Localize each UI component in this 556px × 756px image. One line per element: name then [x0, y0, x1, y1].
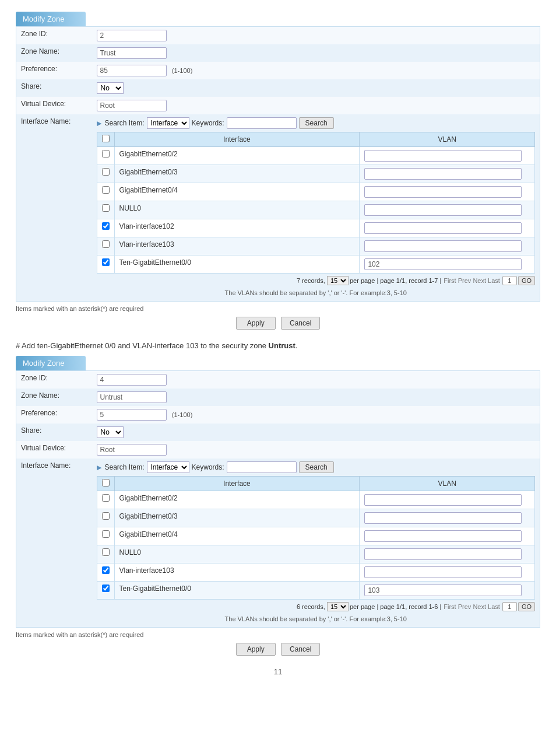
zone2-pref-row: Preference: (1-100): [16, 406, 540, 424]
zone2-name-label: Zone Name:: [16, 388, 92, 406]
zone2-action-buttons: Apply Cancel: [16, 643, 540, 656]
zone1-id-input[interactable]: [97, 30, 167, 41]
zone1-action-buttons: Apply Cancel: [16, 317, 540, 330]
table-row: Vlan-interface102: [97, 219, 535, 237]
zone1-apply-button[interactable]: Apply: [236, 317, 276, 330]
zone2-id-value-cell: [92, 371, 540, 389]
row-checkbox[interactable]: [102, 222, 110, 230]
zone2-search-button[interactable]: Search: [299, 461, 334, 473]
row-interface-name: Vlan-interface102: [114, 219, 360, 237]
zone1-iface-value-cell: ▶ Search Item: Interface Keywords: Searc…: [92, 114, 540, 302]
row-checkbox[interactable]: [102, 204, 110, 212]
zone2-share-select[interactable]: No Yes: [97, 426, 124, 438]
row-vlan-input[interactable]: [364, 530, 521, 542]
zone2-id-input[interactable]: [97, 374, 167, 386]
row-checkbox[interactable]: [102, 186, 110, 194]
row-checkbox[interactable]: [102, 240, 110, 248]
zone1-go-button[interactable]: GO: [518, 276, 535, 285]
zone2-header: Modify Zone: [16, 356, 86, 370]
zone2-pref-value-cell: (1-100): [92, 406, 540, 424]
row-interface-name: GigabitEthernet0/3: [114, 509, 360, 527]
zone2-search-row: ▶ Search Item: Interface Keywords: Searc…: [97, 461, 536, 473]
zone2-name-input[interactable]: [97, 391, 167, 403]
row-checkbox[interactable]: [102, 150, 110, 158]
zone1-pref-value-cell: (1-100): [92, 62, 540, 79]
description-text: # Add ten-GigabitEthernet 0/0 and VLAN-i…: [16, 341, 540, 350]
zone2-records-count: 6 records,: [297, 603, 325, 610]
row-vlan-input[interactable]: [364, 186, 521, 198]
table-row: NULL0: [97, 201, 535, 219]
row-checkbox[interactable]: [102, 548, 110, 556]
zone1-name-input[interactable]: [97, 47, 167, 59]
zone1-header: Modify Zone: [16, 12, 86, 26]
table-row: Ten-GigabitEthernet0/0: [97, 582, 535, 600]
zone2-col-vlan: VLAN: [360, 477, 535, 491]
zone2-per-page-select[interactable]: 15 30 50: [327, 602, 349, 611]
row-checkbox[interactable]: [102, 512, 110, 520]
row-vlan-input[interactable]: [364, 204, 521, 216]
zone1-search-item-select[interactable]: Interface: [147, 117, 189, 129]
zone2-share-row: Share: No Yes: [16, 424, 540, 441]
row-vlan-input[interactable]: [364, 494, 521, 506]
zone2-pagination-row: 6 records, 15 30 50 per page | page 1/1,…: [97, 600, 536, 614]
row-checkbox[interactable]: [102, 566, 110, 574]
zone2-cancel-button[interactable]: Cancel: [281, 643, 320, 656]
zone1-go-input[interactable]: [502, 276, 517, 285]
row-vlan-input[interactable]: [364, 548, 521, 560]
row-checkbox[interactable]: [102, 168, 110, 176]
row-vlan-input[interactable]: [364, 150, 521, 162]
zone2-go-input[interactable]: [502, 602, 517, 611]
zone1-cancel-button[interactable]: Cancel: [281, 317, 320, 330]
zone1-search-item-label: Search Item:: [105, 119, 145, 127]
row-vlan-input[interactable]: [364, 584, 521, 596]
zone2-keywords-input[interactable]: [227, 461, 297, 473]
row-checkbox[interactable]: [102, 584, 110, 592]
table-row: GigabitEthernet0/4: [97, 527, 535, 545]
zone1-pref-row: Preference: (1-100): [16, 62, 540, 79]
zone1-table-header-row: Interface VLAN: [97, 132, 535, 147]
zone1-page-info: per page | page 1/1, record 1-7 |: [350, 277, 441, 284]
zone1-records-count: 7 records,: [297, 277, 325, 284]
row-vlan-input[interactable]: [364, 168, 521, 180]
zone2-pref-label: Preference:: [16, 406, 92, 424]
zone2-go-button[interactable]: GO: [518, 602, 535, 611]
zone2-col-interface: Interface: [114, 477, 360, 491]
zone2-pref-input[interactable]: [97, 409, 167, 421]
zone1-vd-label: Virtual Device:: [16, 97, 92, 114]
row-vlan-input[interactable]: [364, 222, 521, 234]
zone2-id-row: Zone ID:: [16, 371, 540, 389]
zone2-vd-row: Virtual Device:: [16, 441, 540, 459]
zone1-pref-input[interactable]: [97, 65, 167, 76]
row-vlan-input[interactable]: [364, 258, 521, 270]
zone1-share-select[interactable]: No Yes: [97, 82, 124, 94]
zone2-search-item-select[interactable]: Interface: [147, 461, 189, 473]
zone2-nav-links: First Prev Next Last: [444, 603, 500, 610]
zone1-search-row: ▶ Search Item: Interface Keywords: Searc…: [97, 117, 536, 129]
row-checkbox[interactable]: [102, 494, 110, 502]
page-wrapper: Modify Zone Zone ID: Zone Name: Preferen…: [16, 12, 540, 676]
zone2-apply-button[interactable]: Apply: [236, 643, 276, 656]
zone2-vd-input[interactable]: [97, 444, 167, 456]
row-vlan-input[interactable]: [364, 566, 521, 578]
row-checkbox[interactable]: [102, 258, 110, 266]
description-bold: Untrust: [269, 341, 295, 350]
zone1-keywords-input[interactable]: [227, 117, 297, 129]
row-checkbox[interactable]: [102, 530, 110, 538]
zone1-search-button[interactable]: Search: [299, 117, 334, 129]
zone1-per-page-select[interactable]: 15 30 50: [327, 276, 349, 285]
row-interface-name: Vlan-interface103: [114, 237, 360, 256]
row-vlan-input[interactable]: [364, 512, 521, 524]
zone1-vd-value-cell: [92, 97, 540, 114]
zone1-share-row: Share: No Yes: [16, 79, 540, 97]
zone2-required-note: Items marked with an asterisk(*) are req…: [16, 631, 540, 638]
zone2-pagination-controls: 15 30 50 per page | page 1/1, record 1-6…: [327, 602, 535, 611]
zone1-header-checkbox[interactable]: [102, 135, 110, 142]
row-vlan-input[interactable]: [364, 240, 521, 252]
zone1-vd-input[interactable]: [97, 100, 167, 111]
zone2-pref-hint: (1-100): [172, 411, 192, 418]
table-row: GigabitEthernet0/2: [97, 147, 535, 165]
zone1-id-row: Zone ID:: [16, 27, 540, 45]
zone1-pagination-row: 7 records, 15 30 50 per page | page 1/1,…: [97, 274, 536, 288]
zone1-col-vlan: VLAN: [360, 132, 535, 147]
zone2-header-checkbox[interactable]: [102, 479, 110, 487]
